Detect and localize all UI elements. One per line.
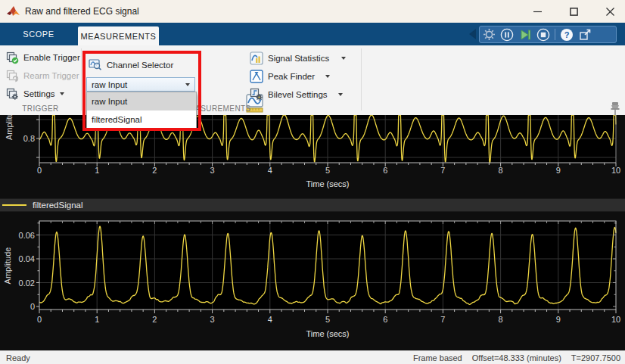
popout-button[interactable] [576,26,594,42]
svg-text:9: 9 [556,315,561,324]
peak-finder-label: Peak Finder [268,72,315,81]
channel-selector-icon [89,59,102,70]
tab-measurements[interactable]: MEASUREMENTS [78,26,159,45]
svg-text:?: ? [564,30,570,39]
signal-statistics-icon [250,51,263,65]
svg-text:7: 7 [440,166,445,175]
section-divider [81,48,82,110]
settings-button[interactable]: Settings [6,87,64,101]
svg-text:0: 0 [37,166,42,175]
minimize-button[interactable] [521,0,554,23]
dropdown-option-raw-input[interactable]: raw Input [87,92,196,110]
status-bar: Ready Frame based Offset=48.333 (minutes… [0,350,625,364]
svg-text:0.06: 0.06 [19,231,35,240]
playback-controls: ? [479,26,617,43]
svg-text:4: 4 [268,315,272,324]
svg-text:Amplitude: Amplitude [5,115,14,140]
status-frame-based: Frame based [413,353,462,362]
step-forward-icon [519,29,531,41]
legend-line-sample [2,204,26,206]
svg-text:6: 6 [383,315,387,324]
settings-gear-icon [6,88,19,101]
svg-text:0.8: 0.8 [23,134,35,143]
channel-selector-value: raw Input [92,80,127,89]
trigger-section-label: TRIGGER [0,104,81,113]
filtered-signal-plot[interactable]: 01234567891000.020.040.06Time (secs)Ampl… [0,216,625,344]
svg-text:6: 6 [383,166,387,175]
svg-text:7: 7 [440,315,445,324]
signal-statistics-label: Signal Statistics [268,54,329,63]
svg-text:8: 8 [499,166,503,175]
window-title: Raw and filtered ECG signal [25,6,139,17]
svg-text:5: 5 [325,315,330,324]
status-offset: Offset=48.333 (minutes) [472,353,561,362]
rearm-trigger-icon [6,70,19,82]
status-time: T=2907.7500 [571,353,620,362]
dropdown-option-filtered-signal[interactable]: filteredSignal [87,110,196,129]
bilevel-settings-label: Bilevel Settings [268,90,328,99]
step-forward-button[interactable] [516,26,534,42]
svg-text:2: 2 [152,166,157,175]
svg-text:0.02: 0.02 [19,278,35,288]
tab-scope[interactable]: SCOPE [11,23,67,45]
rearm-trigger-label: Rearm Trigger [23,71,79,80]
help-icon: ? [560,28,574,42]
simulation-settings-button[interactable] [480,26,498,42]
svg-text:Amplitude: Amplitude [3,247,12,285]
enable-trigger-label: Enable Trigger [23,53,80,62]
status-ready: Ready [6,353,30,362]
svg-text:0.04: 0.04 [19,254,35,263]
legend-item-filteredSignal[interactable]: filteredSignal [33,201,82,210]
stop-icon [536,28,550,42]
svg-text:2: 2 [152,315,157,324]
bilevel-settings-button[interactable]: Bilevel Settings [250,88,343,101]
svg-text:4: 4 [268,166,272,175]
svg-text:5: 5 [325,166,330,175]
svg-text:Time (secs): Time (secs) [306,329,349,338]
svg-text:0: 0 [30,302,35,311]
playback-divider [555,29,555,40]
svg-text:Time (secs): Time (secs) [306,179,349,188]
svg-text:1: 1 [95,166,99,175]
collapse-toolstrip-icon[interactable] [469,29,476,39]
svg-text:3: 3 [210,166,215,175]
enable-trigger-button[interactable]: Enable Trigger [6,51,80,64]
section-divider-2 [361,48,362,110]
svg-text:10: 10 [611,166,620,175]
peak-finder-caret [325,75,330,78]
scope-window: Raw and filtered ECG signal SCOPE MEASUR… [0,0,625,364]
pause-button[interactable] [498,26,516,42]
signal-statistics-button[interactable]: Signal Statistics [250,51,346,65]
rearm-trigger-button: Rearm Trigger [6,69,79,82]
bilevel-settings-caret [338,93,343,96]
settings-label: Settings [23,89,55,98]
matlab-logo-icon [7,6,20,17]
channel-selector-label: Channel Selector [107,61,173,70]
combobox-caret-icon [185,83,190,86]
legend-bar: filteredSignal [0,198,625,212]
svg-text:3: 3 [210,315,215,324]
channel-selector-dropdown: raw Input filteredSignal [86,92,197,129]
peak-finder-button[interactable]: Peak Finder [250,70,330,83]
svg-text:0: 0 [37,315,42,324]
svg-text:10: 10 [611,315,620,324]
close-button[interactable] [593,0,625,23]
stop-button[interactable] [534,26,552,42]
title-bar: Raw and filtered ECG signal [0,0,625,23]
pause-icon [500,28,514,42]
pushpin-icon[interactable] [609,101,621,116]
settings-dropdown-caret [60,92,64,95]
bilevel-settings-icon [250,88,263,101]
channel-selector-header: Channel Selector [89,59,173,70]
signal-statistics-caret [341,57,346,60]
help-button[interactable]: ? [558,26,576,42]
tab-strip: SCOPE MEASUREMENTS [0,23,625,45]
maximize-button[interactable] [557,0,590,23]
svg-text:8: 8 [499,315,503,324]
enable-trigger-icon [6,51,19,64]
scope-display: 0123456789100.8Time (secs)Amplitude filt… [0,115,625,350]
svg-text:9: 9 [556,166,561,175]
peak-finder-icon [250,70,263,83]
channel-selector-combobox[interactable]: raw Input [86,77,195,92]
gear-scope-icon [483,28,496,41]
